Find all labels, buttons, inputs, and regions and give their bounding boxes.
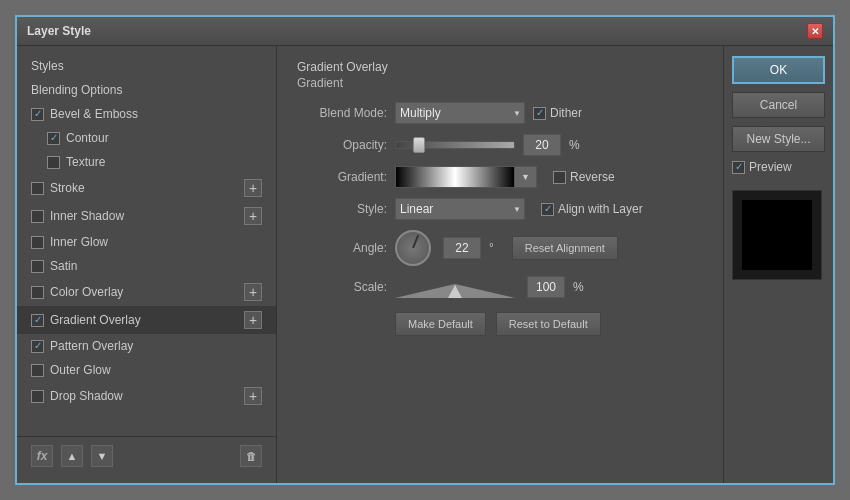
contour-checkbox[interactable] [47,132,60,145]
bottom-buttons-row: Make Default Reset to Default [297,312,703,336]
scale-thumb[interactable] [448,285,462,298]
sidebar-item-satin[interactable]: Satin [17,254,276,278]
preview-label: Preview [749,160,792,174]
sidebar-item-texture[interactable]: Texture [17,150,276,174]
move-down-btn[interactable]: ▼ [91,445,113,467]
inner-shadow-checkbox[interactable] [31,210,44,223]
gradient-overlay-add-btn[interactable]: + [244,311,262,329]
angle-label: Angle: [297,241,387,255]
delete-btn[interactable]: 🗑 [240,445,262,467]
texture-checkbox[interactable] [47,156,60,169]
angle-dial[interactable] [395,230,431,266]
gradient-overlay-checkbox[interactable] [31,314,44,327]
gradient-preview[interactable] [395,166,515,188]
dither-text: Dither [550,106,582,120]
main-content: Gradient Overlay Gradient Blend Mode: Mu… [277,46,723,483]
dialog-title: Layer Style [27,24,91,38]
reset-to-default-btn[interactable]: Reset to Default [496,312,601,336]
sidebar-item-contour[interactable]: Contour [17,126,276,150]
layer-style-dialog: Layer Style ✕ Styles Blending Options Be… [15,15,835,485]
angle-row: Angle: ° Reset Alignment [297,230,703,266]
opacity-input[interactable] [523,134,561,156]
cancel-button[interactable]: Cancel [732,92,825,118]
sidebar-item-bevel-emboss[interactable]: Bevel & Emboss [17,102,276,126]
bevel-emboss-label: Bevel & Emboss [50,107,138,121]
style-row: Style: Linear Align with Layer [297,198,703,220]
sidebar-item-inner-glow[interactable]: Inner Glow [17,230,276,254]
scale-percent: % [573,280,584,294]
gradient-overlay-label: Gradient Overlay [50,313,141,327]
color-overlay-checkbox[interactable] [31,286,44,299]
opacity-thumb[interactable] [413,137,425,153]
gradient-row: Gradient: ▼ Reverse [297,166,703,188]
preview-row: Preview [732,160,825,174]
color-overlay-label: Color Overlay [50,285,123,299]
outer-glow-label: Outer Glow [50,363,111,377]
sidebar-item-stroke[interactable]: Stroke + [17,174,276,202]
sidebar-item-inner-shadow[interactable]: Inner Shadow + [17,202,276,230]
scale-label: Scale: [297,280,387,294]
sidebar-item-styles[interactable]: Styles [17,54,276,78]
degree-symbol: ° [489,241,494,255]
sidebar-item-outer-glow[interactable]: Outer Glow [17,358,276,382]
dither-label[interactable]: Dither [533,106,582,120]
sidebar-item-blending-options[interactable]: Blending Options [17,78,276,102]
drop-shadow-checkbox[interactable] [31,390,44,403]
sidebar: Styles Blending Options Bevel & Emboss C… [17,46,277,483]
fx-btn[interactable]: fx [31,445,53,467]
move-up-btn[interactable]: ▲ [61,445,83,467]
scale-input[interactable] [527,276,565,298]
inner-glow-checkbox[interactable] [31,236,44,249]
reverse-label[interactable]: Reverse [553,170,615,184]
preview-checkbox[interactable] [732,161,745,174]
opacity-label: Opacity: [297,138,387,152]
new-style-button[interactable]: New Style... [732,126,825,152]
stroke-add-btn[interactable]: + [244,179,262,197]
scale-slider[interactable] [395,276,515,298]
align-layer-label[interactable]: Align with Layer [541,202,643,216]
align-layer-text: Align with Layer [558,202,643,216]
dither-checkbox[interactable] [533,107,546,120]
inner-glow-label: Inner Glow [50,235,108,249]
reverse-text: Reverse [570,170,615,184]
angle-input[interactable] [443,237,481,259]
outer-glow-checkbox[interactable] [31,364,44,377]
sidebar-item-color-overlay[interactable]: Color Overlay + [17,278,276,306]
ok-button[interactable]: OK [732,56,825,84]
style-select[interactable]: Linear [395,198,525,220]
opacity-slider[interactable] [395,134,515,156]
stroke-label: Stroke [50,181,85,195]
satin-checkbox[interactable] [31,260,44,273]
reverse-checkbox[interactable] [553,171,566,184]
sidebar-item-styles-label: Styles [31,59,64,73]
align-layer-checkbox[interactable] [541,203,554,216]
sidebar-item-blending-label: Blending Options [31,83,122,97]
blend-mode-row: Blend Mode: Multiply Dither [297,102,703,124]
scale-row: Scale: % [297,276,703,298]
blend-mode-label: Blend Mode: [297,106,387,120]
blend-mode-select-wrapper: Multiply [395,102,525,124]
sidebar-item-gradient-overlay[interactable]: Gradient Overlay + [17,306,276,334]
drop-shadow-add-btn[interactable]: + [244,387,262,405]
color-overlay-add-btn[interactable]: + [244,283,262,301]
title-bar: Layer Style ✕ [17,17,833,46]
sidebar-item-drop-shadow[interactable]: Drop Shadow + [17,382,276,410]
satin-label: Satin [50,259,77,273]
dialog-body: Styles Blending Options Bevel & Emboss C… [17,46,833,483]
reset-alignment-btn[interactable]: Reset Alignment [512,236,618,260]
gradient-arrow-btn[interactable]: ▼ [515,166,537,188]
inner-shadow-label: Inner Shadow [50,209,124,223]
gradient-label: Gradient: [297,170,387,184]
inner-shadow-add-btn[interactable]: + [244,207,262,225]
blend-mode-select[interactable]: Multiply [395,102,525,124]
pattern-overlay-label: Pattern Overlay [50,339,133,353]
section-subtitle: Gradient [297,76,703,90]
sidebar-item-pattern-overlay[interactable]: Pattern Overlay [17,334,276,358]
opacity-row: Opacity: % [297,134,703,156]
stroke-checkbox[interactable] [31,182,44,195]
pattern-overlay-checkbox[interactable] [31,340,44,353]
bevel-emboss-checkbox[interactable] [31,108,44,121]
opacity-percent: % [569,138,580,152]
make-default-btn[interactable]: Make Default [395,312,486,336]
close-button[interactable]: ✕ [807,23,823,39]
